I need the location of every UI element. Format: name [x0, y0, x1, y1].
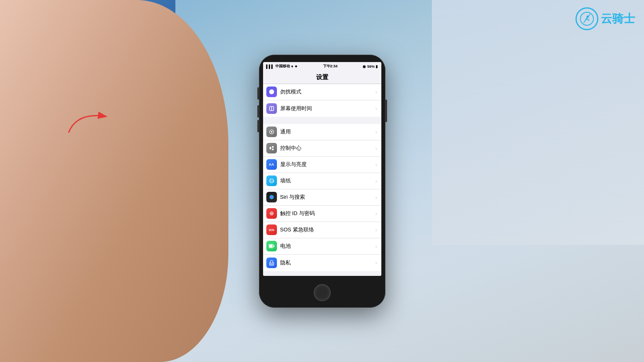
wallpaper-chevron: › [375, 178, 377, 184]
svg-point-18 [271, 213, 272, 214]
svg-rect-22 [270, 262, 273, 265]
display-icon: AA [266, 159, 277, 170]
screen-time-label: 屏幕使用时间 [280, 105, 376, 112]
settings-row-battery[interactable]: 电池 › [263, 238, 381, 255]
settings-row-siri[interactable]: Siri 与搜索 › [263, 189, 381, 206]
spacer-1 [263, 117, 381, 124]
svg-rect-12 [272, 146, 274, 148]
settings-row-touch-id[interactable]: 触控 ID 与密码 › [263, 206, 381, 222]
wallpaper-icon [266, 175, 277, 186]
svg-rect-21 [269, 245, 272, 248]
signal-bars: ▌▌▌ [266, 64, 274, 69]
screen-time-icon [266, 103, 277, 114]
extra-icon: ⁕ [294, 64, 298, 69]
phone: ▌▌▌ 中国移动 ▾ ⁕ 下午2:34 ◉ 56% ▮ 设置 [259, 55, 385, 308]
location-icon: ◉ [363, 64, 366, 69]
svg-point-6 [271, 131, 272, 133]
status-left: ▌▌▌ 中国移动 ▾ ⁕ [266, 64, 298, 69]
battery-chevron: › [375, 243, 377, 249]
sos-icon: SOS [266, 224, 277, 235]
screen-time-chevron: › [375, 105, 377, 111]
privacy-icon [266, 258, 277, 268]
svg-point-16 [270, 195, 274, 199]
watermark-text: 云骑士 [601, 11, 635, 27]
settings-row-sos[interactable]: SOS SOS 紧急联络 › [263, 222, 381, 238]
spacer-2 [263, 271, 381, 276]
screen-title: 设置 [263, 71, 381, 84]
settings-row-general[interactable]: 通用 › [263, 124, 381, 140]
watermark: 云骑士 [575, 7, 635, 30]
watermark-icon [575, 7, 598, 30]
battery-row-icon [266, 241, 277, 251]
general-chevron: › [375, 129, 377, 135]
sos-chevron: › [375, 227, 377, 233]
settings-row-wallpaper[interactable]: 墙纸 › [263, 173, 381, 189]
control-chevron: › [375, 145, 377, 151]
general-label: 通用 [280, 128, 376, 135]
siri-icon [266, 192, 277, 202]
settings-row-control[interactable]: 控制中心 › [263, 140, 381, 157]
battery-icon: ▮ [376, 64, 378, 69]
status-right: ◉ 56% ▮ [363, 64, 378, 69]
bg-hand [0, 0, 228, 362]
settings-row-screen-time[interactable]: 屏幕使用时间 › [263, 100, 381, 117]
settings-row-privacy[interactable]: 隐私 › [263, 255, 381, 271]
svg-point-15 [270, 180, 271, 180]
sos-label: SOS 紧急联络 [280, 226, 376, 233]
status-bar: ▌▌▌ 中国移动 ▾ ⁕ 下午2:34 ◉ 56% ▮ [263, 62, 381, 71]
settings-group-2: 通用 › 控制中心 › AA 显示与亮度 › [263, 124, 381, 271]
bg-right [432, 0, 644, 245]
control-label: 控制中心 [280, 144, 376, 152]
touch-id-chevron: › [375, 211, 377, 217]
svg-rect-13 [272, 149, 274, 150]
battery-label: 电池 [280, 242, 376, 250]
touch-id-icon [266, 208, 277, 219]
display-label: 显示与亮度 [280, 161, 376, 168]
phone-screen: ▌▌▌ 中国移动 ▾ ⁕ 下午2:34 ◉ 56% ▮ 设置 [263, 62, 381, 276]
settings-group-1: 勿扰模式 › 屏幕使用时间 › [263, 84, 381, 117]
battery-pct: 56% [367, 64, 374, 69]
home-button[interactable] [314, 284, 331, 301]
settings-row-dnd[interactable]: 勿扰模式 › [263, 84, 381, 100]
touch-id-label: 触控 ID 与密码 [280, 210, 376, 217]
svg-rect-11 [270, 147, 271, 149]
dnd-icon [266, 87, 277, 97]
display-chevron: › [375, 162, 377, 168]
general-icon [266, 127, 277, 137]
svg-point-2 [586, 16, 589, 18]
privacy-chevron: › [375, 260, 377, 266]
settings-row-display[interactable]: AA 显示与亮度 › [263, 157, 381, 173]
settings-list: 勿扰模式 › 屏幕使用时间 › 通用 [263, 84, 381, 276]
privacy-label: 隐私 [280, 259, 376, 267]
status-time: 下午2:34 [323, 64, 338, 69]
control-icon [266, 143, 277, 153]
dnd-chevron: › [375, 89, 377, 95]
wallpaper-label: 墙纸 [280, 177, 376, 184]
wifi-icon: ▾ [291, 64, 293, 69]
siri-label: Siri 与搜索 [280, 193, 376, 201]
dnd-label: 勿扰模式 [280, 88, 376, 95]
svg-rect-20 [274, 245, 274, 247]
carrier: 中国移动 [275, 64, 290, 69]
siri-chevron: › [375, 194, 377, 200]
